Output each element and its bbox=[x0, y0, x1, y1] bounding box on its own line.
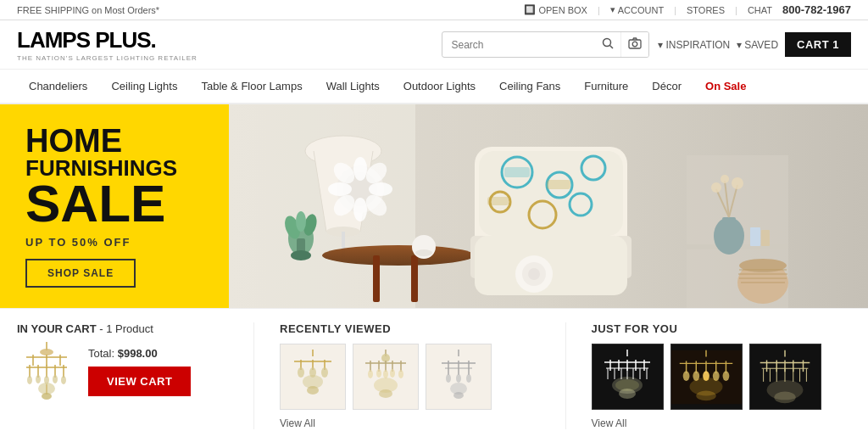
nav-on-sale[interactable]: On Sale bbox=[693, 70, 758, 103]
nav-outdoor-lights[interactable]: Outdoor Lights bbox=[392, 70, 487, 103]
svg-point-104 bbox=[376, 369, 381, 378]
svg-rect-40 bbox=[487, 197, 509, 205]
globe-icon: 🔲 bbox=[524, 4, 536, 15]
svg-point-90 bbox=[298, 367, 304, 378]
svg-point-105 bbox=[383, 370, 388, 378]
svg-point-21 bbox=[291, 250, 311, 260]
search-input[interactable] bbox=[442, 34, 595, 56]
svg-rect-50 bbox=[722, 217, 736, 222]
cart-section: IN YOUR CART - 1 Product bbox=[17, 322, 254, 429]
cart-details: Total: $998.00 VIEW CART bbox=[88, 347, 191, 396]
svg-point-0 bbox=[604, 39, 611, 47]
nav-chandeliers[interactable]: Chandeliers bbox=[17, 70, 99, 103]
svg-point-66 bbox=[40, 349, 53, 355]
nav-ceiling-fans[interactable]: Ceiling Fans bbox=[487, 70, 572, 103]
svg-point-14 bbox=[369, 182, 392, 196]
svg-point-55 bbox=[732, 177, 743, 189]
just-for-you-item[interactable] bbox=[749, 344, 821, 410]
svg-rect-38 bbox=[504, 167, 530, 177]
chat-link[interactable]: CHAT bbox=[748, 5, 772, 15]
nav-furniture[interactable]: Furniture bbox=[572, 70, 640, 103]
cart-content: Total: $998.00 VIEW CART bbox=[17, 342, 228, 401]
svg-point-92 bbox=[321, 367, 328, 378]
svg-point-25 bbox=[322, 245, 475, 266]
svg-point-78 bbox=[36, 375, 41, 383]
nav-decor[interactable]: Décor bbox=[640, 70, 693, 103]
svg-rect-39 bbox=[547, 180, 570, 189]
recently-viewed-title: RECENTLY VIEWED bbox=[280, 322, 540, 335]
header-right: ▾ INSPIRATION ▾ SAVED CART 1 bbox=[442, 31, 851, 58]
svg-rect-2 bbox=[629, 40, 641, 48]
logo-area[interactable]: LAMPS PLUS. THE NATION'S LARGEST LIGHTIN… bbox=[17, 27, 198, 62]
main-nav: Chandeliers Ceiling Lights Table & Floor… bbox=[0, 69, 868, 104]
cart-price: $998.00 bbox=[118, 347, 158, 360]
cart-product-image bbox=[17, 342, 76, 401]
in-cart-title: IN YOUR CART - 1 Product bbox=[17, 322, 228, 335]
svg-point-109 bbox=[379, 389, 392, 398]
top-bar: FREE SHIPPING on Most Orders* 🔲 OPEN BOX… bbox=[0, 0, 868, 20]
shop-sale-button[interactable]: SHOP SALE bbox=[25, 259, 136, 288]
svg-line-1 bbox=[610, 46, 614, 49]
svg-point-29 bbox=[415, 249, 432, 256]
hero-upto-text: UP TO 50% OFF bbox=[25, 236, 131, 249]
recently-viewed-item[interactable] bbox=[426, 344, 492, 410]
svg-rect-26 bbox=[373, 255, 380, 302]
shipping-text: FREE SHIPPING on Most Orders* bbox=[17, 5, 159, 15]
recently-viewed-item[interactable] bbox=[353, 344, 419, 410]
svg-point-118 bbox=[466, 374, 471, 383]
svg-point-103 bbox=[368, 370, 373, 378]
svg-rect-57 bbox=[750, 227, 760, 246]
stores-link[interactable]: STORES bbox=[687, 5, 725, 15]
recently-viewed-item[interactable] bbox=[280, 344, 346, 410]
svg-point-54 bbox=[711, 182, 721, 193]
hero-sale-text: SALE bbox=[25, 179, 165, 229]
hero-promo-box: HOME FURNISHINGS SALE UP TO 50% OFF SHOP… bbox=[0, 104, 229, 308]
logo[interactable]: LAMPS PLUS. bbox=[17, 27, 198, 53]
bottom-section: IN YOUR CART - 1 Product bbox=[0, 308, 868, 431]
svg-point-12 bbox=[353, 198, 367, 221]
svg-point-116 bbox=[446, 374, 451, 383]
account-link[interactable]: ▾ ACCOUNT bbox=[610, 4, 664, 15]
hero-image bbox=[229, 104, 868, 308]
saved-link[interactable]: ▾ SAVED bbox=[737, 39, 778, 51]
just-for-you-item[interactable] bbox=[670, 344, 743, 410]
nav-table-floor-lamps[interactable]: Table & Floor Lamps bbox=[189, 70, 314, 103]
nav-wall-lights[interactable]: Wall Lights bbox=[314, 70, 392, 103]
svg-point-77 bbox=[27, 376, 32, 384]
svg-point-24 bbox=[296, 211, 306, 232]
just-for-you-item[interactable] bbox=[592, 344, 664, 410]
cart-total: Total: $998.00 bbox=[88, 347, 191, 360]
recently-viewed-section: RECENTLY VIEWED bbox=[254, 322, 566, 429]
shipping-sub: on Most Orders* bbox=[92, 5, 159, 15]
view-cart-button[interactable]: VIEW CART bbox=[88, 367, 191, 396]
svg-point-3 bbox=[633, 42, 638, 47]
open-box-link[interactable]: 🔲 OPEN BOX bbox=[524, 4, 587, 15]
svg-point-56 bbox=[721, 175, 729, 183]
header-actions: ▾ INSPIRATION ▾ SAVED CART 1 bbox=[658, 32, 851, 57]
svg-point-46 bbox=[528, 268, 540, 280]
camera-button[interactable] bbox=[620, 32, 648, 57]
recently-viewed-view-all[interactable]: View All bbox=[280, 417, 315, 429]
svg-point-172 bbox=[774, 391, 795, 403]
svg-point-107 bbox=[398, 370, 403, 378]
svg-point-148 bbox=[682, 371, 689, 381]
svg-point-94 bbox=[307, 386, 319, 395]
header: LAMPS PLUS. THE NATION'S LARGEST LIGHTIN… bbox=[0, 20, 868, 69]
svg-point-106 bbox=[390, 369, 395, 378]
svg-point-120 bbox=[453, 392, 464, 399]
svg-rect-43 bbox=[475, 236, 627, 295]
logo-subtitle: THE NATION'S LARGEST LIGHTING RETAILER bbox=[17, 54, 198, 62]
phone-number: 800-782-1967 bbox=[782, 3, 851, 16]
cart-button[interactable]: CART 1 bbox=[785, 32, 851, 57]
svg-point-84 bbox=[42, 393, 52, 400]
just-for-you-view-all[interactable]: View All bbox=[592, 417, 627, 429]
just-for-you-products bbox=[592, 344, 852, 410]
nav-ceiling-lights[interactable]: Ceiling Lights bbox=[99, 70, 189, 103]
svg-point-154 bbox=[696, 390, 715, 400]
svg-point-11 bbox=[353, 157, 367, 181]
recently-viewed-products bbox=[280, 344, 540, 410]
top-bar-right: 🔲 OPEN BOX | ▾ ACCOUNT | STORES | CHAT 8… bbox=[524, 3, 851, 16]
inspiration-link[interactable]: ▾ INSPIRATION bbox=[658, 39, 730, 51]
search-button[interactable] bbox=[595, 32, 620, 57]
search-bar[interactable] bbox=[442, 31, 649, 58]
